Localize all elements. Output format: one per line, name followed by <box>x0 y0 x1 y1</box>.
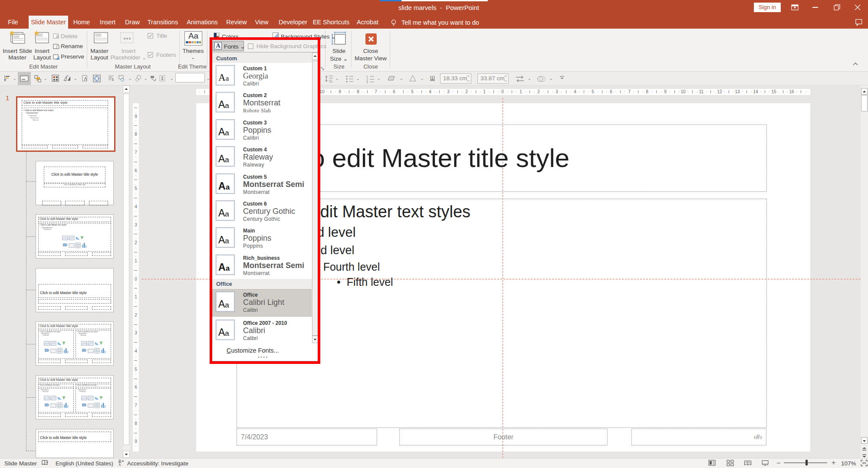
svg-text:3: 3 <box>366 81 368 83</box>
svg-text:Ш: Ш <box>430 75 435 81</box>
svg-text:1: 1 <box>366 75 368 78</box>
